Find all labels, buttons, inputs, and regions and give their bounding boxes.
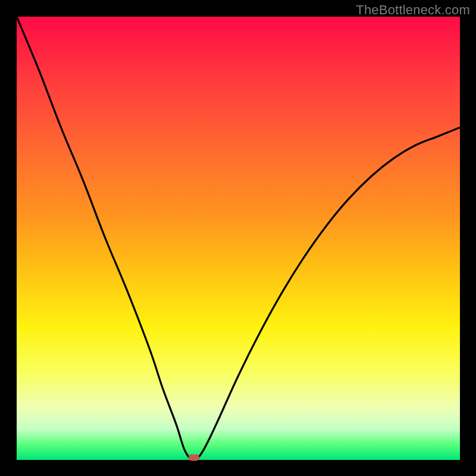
bottleneck-curve <box>17 17 460 460</box>
minimum-marker <box>189 455 199 461</box>
curve-svg <box>17 17 460 460</box>
chart-frame: TheBottleneck.com <box>0 0 476 476</box>
plot-area <box>17 17 460 460</box>
watermark-text: TheBottleneck.com <box>356 2 470 18</box>
